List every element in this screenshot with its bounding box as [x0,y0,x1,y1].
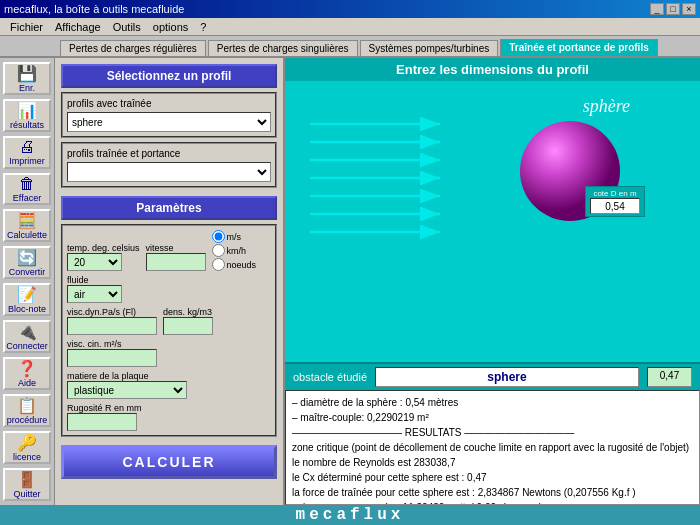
minimize-btn[interactable]: _ [650,3,664,15]
fluide-label: fluide [67,275,122,285]
vitesse-label: vitesse [146,243,206,253]
profiles-portance-label: profils traînée et portance [67,148,271,159]
sidebar-label-licence: licence [13,452,41,462]
sidebar-label-aide: Aide [18,378,36,388]
sidebar-label-bloc-note: Bloc-note [8,304,46,314]
unit-ms-label[interactable]: m/s [212,230,257,243]
sidebar-btn-aide[interactable]: ❓ Aide [3,357,51,390]
results-area[interactable]: – diamètre de la sphère : 0,54 mètres– m… [285,390,700,505]
fluide-select[interactable]: air [67,285,122,303]
dens-input[interactable]: 1,225 [163,317,213,335]
profiles-portance-select[interactable] [67,162,271,182]
matiere-group: matiere de la plaque plastique [67,371,271,399]
temp-select[interactable]: 20 [67,253,122,271]
viz-header: Entrez les dimensions du profil [285,58,700,81]
dens-group: dens. kg/m3 1,225 [163,307,213,335]
delete-icon: 🗑 [19,175,35,193]
visc-dens-row: visc.dyn.Pa/s (Fl) 0,0000181 dens. kg/m3… [67,307,271,335]
right-panel: Entrez les dimensions du profil sphère [285,58,700,505]
visc-cin-input[interactable]: 1,477551E-05 [67,349,157,367]
save-icon: 💾 [17,64,37,83]
temp-label: temp. deg. celsius [67,243,140,253]
sidebar-label-enr: Enr. [19,83,35,93]
params-title: Paramètres [61,196,277,220]
params-section: temp. deg. celsius 20 vitesse 20 m/s km/… [61,224,277,437]
unit-noeuds-label[interactable]: noeuds [212,258,257,271]
left-panel: Sélectionnez un profil profils avec traî… [55,58,285,505]
rugosite-label: Rugosité R en mm [67,403,271,413]
obstacle-label: obstacle étudié [293,371,367,383]
sidebar-btn-quitter[interactable]: 🚪 Quitter [3,468,51,501]
maximize-btn[interactable]: □ [666,3,680,15]
profiles-portance-section: profils traînée et portance [61,142,277,188]
app-title: mecaflux, la boîte à outils mecafluide [4,3,184,15]
licence-icon: 🔑 [17,433,37,452]
profiles-trainee-section: profils avec traînée sphere cylindre dis… [61,92,277,138]
matiere-label: matiere de la plaque [67,371,271,381]
calculer-button[interactable]: CALCULER [61,445,277,479]
sidebar-btn-effacer[interactable]: 🗑 Effacer [3,173,51,206]
profiles-trainee-label: profils avec traînée [67,98,271,109]
sidebar-btn-resultats[interactable]: 📊 résultats [3,99,51,132]
rugosite-group: Rugosité R en mm 0,002 [67,403,271,431]
menu-options[interactable]: options [147,21,194,33]
close-btn[interactable]: × [682,3,696,15]
sidebar-label-resultats: résultats [10,120,44,130]
dens-label: dens. kg/m3 [163,307,213,317]
sidebar-btn-procedure[interactable]: 📋 procédure [3,394,51,427]
calc-icon: 🧮 [17,211,37,230]
unit-kmh-label[interactable]: km/h [212,244,257,257]
sidebar-label-calculette: Calculette [7,230,47,240]
tab-pertes-singulieres[interactable]: Pertes de charges singulières [208,40,358,56]
footer-text: mecaflux [296,506,405,524]
sidebar-label-procedure: procédure [7,415,48,425]
title-bar: mecaflux, la boîte à outils mecafluide _… [0,0,700,18]
sidebar-btn-enr[interactable]: 💾 Enr. [3,62,51,95]
viz-area: sphère [285,81,700,362]
sidebar-label-connecter: Connecter [6,341,48,351]
visc-cin-label: visc. cin. m²/s [67,339,157,349]
sidebar-label-quitter: Quitter [13,489,40,499]
temp-group: temp. deg. celsius 20 [67,243,140,271]
fluide-group: fluide air [67,275,122,303]
sidebar-btn-connecter[interactable]: 🔌 Connecter [3,320,51,353]
sidebar: 💾 Enr. 📊 résultats 🖨 Imprimer 🗑 Effacer … [0,58,55,505]
profiles-trainee-select[interactable]: sphere cylindre disque cube [67,112,271,132]
menu-help[interactable]: ? [194,21,212,33]
tab-pompes-turbines[interactable]: Systèmes pompes/turbines [360,40,499,56]
visc-dyn-input[interactable]: 0,0000181 [67,317,157,335]
sidebar-btn-licence[interactable]: 🔑 licence [3,431,51,464]
visc-dyn-label: visc.dyn.Pa/s (Fl) [67,307,157,317]
quit-icon: 🚪 [17,470,37,489]
sidebar-btn-convertir[interactable]: 🔄 Convertir [3,246,51,279]
chart-icon: 📊 [17,101,37,120]
sidebar-btn-bloc-note[interactable]: 📝 Bloc-note [3,283,51,316]
menu-outils[interactable]: Outils [107,21,147,33]
temp-vitesse-row: temp. deg. celsius 20 vitesse 20 m/s km/… [67,230,271,271]
dimension-box: cote D en m 0,54 [585,186,645,217]
help-icon: ❓ [17,359,37,378]
tab-bar: Pertes de charges régulières Pertes de c… [0,36,700,58]
connect-icon: 🔌 [17,322,37,341]
note-icon: 📝 [17,285,37,304]
sidebar-btn-calculette[interactable]: 🧮 Calculette [3,209,51,242]
tab-trainee-portance[interactable]: Traînée et portance de profils [500,39,657,56]
sidebar-label-convertir: Convertir [9,267,46,277]
select-profile-title: Sélectionnez un profil [61,64,277,88]
menu-fichier[interactable]: Fichier [4,21,49,33]
tab-pertes-regulieres[interactable]: Pertes de charges régulières [60,40,206,56]
flow-arrows [300,106,520,246]
side-value-box: 0,47 [647,367,692,387]
vitesse-input[interactable]: 20 [146,253,206,271]
menu-affichage[interactable]: Affichage [49,21,107,33]
matiere-select[interactable]: plastique [67,381,187,399]
vitesse-units: m/s km/h noeuds [212,230,257,271]
sphere-label: sphère [583,96,630,117]
vitesse-group: vitesse 20 [146,243,206,271]
rugosite-input[interactable]: 0,002 [67,413,137,431]
sidebar-btn-imprimer[interactable]: 🖨 Imprimer [3,136,51,169]
dim-input[interactable]: 0,54 [590,198,640,214]
footer: mecaflux [0,505,700,525]
bottom-strip: obstacle étudié sphere 0,47 [285,362,700,390]
sidebar-label-effacer: Effacer [13,193,41,203]
